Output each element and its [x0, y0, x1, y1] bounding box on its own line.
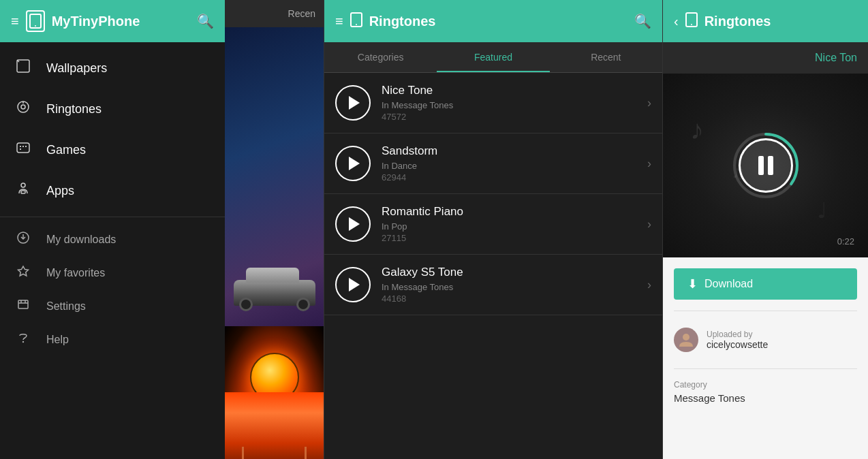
sidebar-item-settings[interactable]: Settings: [0, 289, 225, 323]
ringtone-name-sandstorm: Sandstorm: [382, 144, 636, 158]
play-icon: [349, 278, 360, 291]
svg-rect-10: [22, 146, 24, 147]
pause-bar-2: [768, 156, 773, 175]
ringtone-sub-galaxy-s5: In Message Tones: [382, 282, 636, 292]
ringtone-item-romantic-piano[interactable]: Romantic Piano In Pop 27115 ›: [324, 194, 662, 255]
sidebar-app-title: MyTinyPhone: [52, 14, 190, 29]
back-button[interactable]: ‹: [674, 14, 679, 29]
ringtones-icon: [14, 99, 33, 118]
play-icon: [349, 157, 360, 170]
download-button[interactable]: ⬇ Download: [674, 268, 857, 300]
svg-point-21: [22, 341, 24, 343]
ringtone-info-nice-tone: Nice Tone In Message Tones 47572: [382, 84, 636, 122]
category-label: Category: [674, 380, 857, 390]
my-downloads-icon: [14, 231, 33, 248]
track-title: Nice Ton: [815, 52, 857, 63]
thumb-fire[interactable]: [225, 326, 324, 393]
sidebar-item-wallpapers[interactable]: Wallpapers: [0, 48, 225, 89]
ringtone-item-galaxy-s5[interactable]: Galaxy S5 Tone In Message Tones 44168 ›: [324, 255, 662, 315]
player-content: ⬇ Download Uploaded by cicelycowsette Ca…: [663, 257, 868, 459]
sidebar-item-ringtones[interactable]: Ringtones: [0, 89, 225, 129]
ringtone-list: Nice Tone In Message Tones 47572 › Sands…: [324, 73, 662, 459]
sidebar-item-my-favorites[interactable]: My favorites: [0, 256, 225, 289]
player-visual: ♪ ♫ ♩ 0:22: [663, 74, 868, 257]
player-header: ‹ Ringtones: [663, 0, 868, 42]
hamburger-icon[interactable]: ≡: [11, 14, 19, 29]
svg-point-12: [21, 183, 25, 187]
ringtone-item-sandstorm[interactable]: Sandstorm In Dance 62944 ›: [324, 133, 662, 194]
tab-featured[interactable]: Featured: [437, 42, 549, 72]
sidebar-item-apps[interactable]: Apps: [0, 170, 225, 211]
chevron-right-icon: ›: [647, 217, 651, 232]
tab-recent[interactable]: Recent: [550, 42, 662, 72]
download-icon: ⬇: [687, 276, 698, 291]
svg-rect-9: [20, 148, 21, 150]
player-panel-title: Ringtones: [704, 14, 857, 29]
pause-button[interactable]: [739, 138, 793, 193]
tab-categories[interactable]: Categories: [324, 42, 437, 72]
category-section: Category Message Tones: [674, 380, 857, 404]
svg-rect-13: [21, 191, 25, 193]
svg-point-23: [356, 24, 357, 25]
ringtones-panel-title: Ringtones: [369, 14, 627, 29]
ringtones-hamburger-icon[interactable]: ≡: [335, 14, 343, 29]
sidebar-label-settings: Settings: [46, 300, 86, 313]
thumb-header-text: Recen: [288, 8, 315, 19]
uploader-label: Uploaded by: [707, 330, 768, 339]
music-note-icon-1: ♪: [690, 114, 704, 145]
ringtone-count-sandstorm: 62944: [382, 172, 636, 183]
ringtone-info-galaxy-s5: Galaxy S5 Tone In Message Tones 44168: [382, 266, 636, 304]
panel-player: ‹ Ringtones Nice Ton ♪ ♫ ♩ 0:22 ⬇ Downlo…: [663, 0, 868, 459]
pause-icon: [758, 156, 773, 175]
thumb-bridge[interactable]: [225, 392, 324, 459]
svg-point-5: [21, 105, 25, 109]
chevron-right-icon: ›: [647, 278, 651, 292]
player-phone-icon: [685, 12, 698, 30]
uploader-name: cicelycowsette: [707, 339, 768, 350]
category-value: Message Tones: [674, 392, 857, 404]
sidebar: ≡ MyTinyPhone 🔍 Wallpapers: [0, 0, 225, 459]
sidebar-label-apps: Apps: [46, 184, 74, 198]
uploader-row: Uploaded by cicelycowsette: [674, 322, 857, 358]
divider-1: [674, 311, 857, 311]
avatar: [674, 328, 698, 352]
play-romantic-piano-button[interactable]: [335, 206, 371, 242]
ringtone-count-galaxy-s5: 44168: [382, 294, 636, 304]
sidebar-item-games[interactable]: Games: [0, 129, 225, 170]
play-sandstorm-button[interactable]: [335, 146, 371, 181]
ringtone-sub-sandstorm: In Dance: [382, 161, 636, 171]
tabs-bar: Categories Featured Recent: [324, 42, 662, 73]
apps-icon: [14, 181, 33, 200]
play-icon: [349, 217, 360, 231]
settings-icon: [14, 298, 33, 315]
play-galaxy-s5-button[interactable]: [335, 267, 371, 302]
sidebar-nav: Wallpapers Ringtones Games Apps: [0, 42, 225, 362]
wallpapers-icon: [14, 59, 33, 78]
ringtones-search-icon[interactable]: 🔍: [634, 13, 651, 29]
ringtone-item-nice-tone[interactable]: Nice Tone In Message Tones 47572 ›: [324, 73, 662, 133]
thumb-car[interactable]: [225, 27, 324, 326]
svg-point-1: [35, 25, 36, 27]
play-nice-tone-button[interactable]: [335, 85, 371, 121]
svg-rect-17: [18, 300, 28, 308]
panel-sidebar: ≡ MyTinyPhone 🔍 Wallpapers: [0, 0, 324, 459]
music-note-icon-3: ♩: [817, 197, 827, 223]
ringtone-info-sandstorm: Sandstorm In Dance 62944: [382, 144, 636, 183]
chevron-right-icon: ›: [647, 96, 651, 110]
my-favorites-icon: [14, 264, 33, 281]
nav-divider: [0, 217, 225, 217]
sidebar-search-icon[interactable]: 🔍: [197, 13, 214, 29]
ringtones-header: ≡ Ringtones 🔍: [324, 0, 662, 42]
ringtone-sub-nice-tone: In Message Tones: [382, 100, 636, 110]
ringtones-phone-icon: [350, 12, 362, 30]
phone-icon: [26, 10, 45, 32]
svg-rect-7: [17, 143, 29, 153]
track-title-bar: Nice Ton: [663, 42, 868, 74]
ringtone-name-nice-tone: Nice Tone: [382, 84, 636, 97]
time-label: 0:22: [837, 236, 854, 247]
sidebar-label-my-downloads: My downloads: [46, 234, 116, 246]
sidebar-item-help[interactable]: Help: [0, 323, 225, 356]
sidebar-label-wallpapers: Wallpapers: [46, 61, 107, 76]
sidebar-item-my-downloads[interactable]: My downloads: [0, 223, 225, 256]
svg-rect-8: [20, 146, 21, 147]
